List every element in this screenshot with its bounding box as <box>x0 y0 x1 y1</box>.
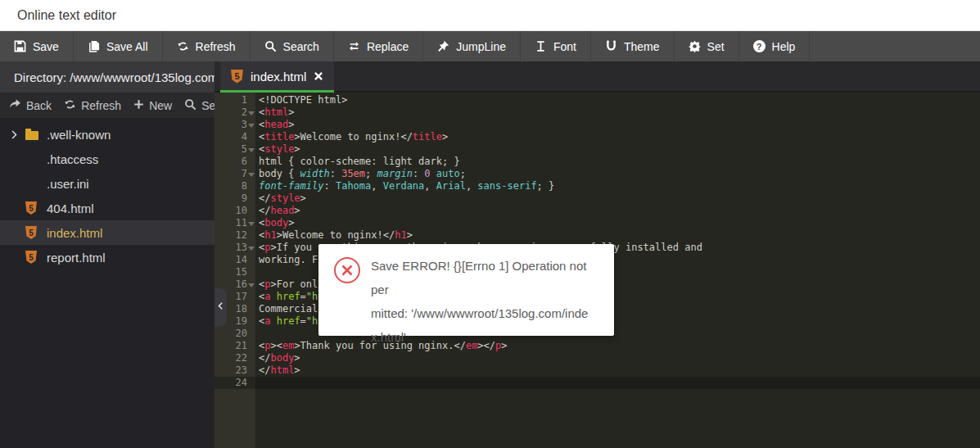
code-line-text[interactable]: </body> <box>255 352 300 364</box>
sidebar-action-back[interactable]: Back <box>9 98 52 113</box>
fold-arrow-icon[interactable] <box>248 111 255 115</box>
sidebar-collapse-handle[interactable] <box>215 288 227 327</box>
toolbar-button-label: Help <box>772 40 796 53</box>
code-line-text[interactable]: font-family: Tahoma, Verdana, Arial, san… <box>255 180 554 192</box>
code-line[interactable]: 9</style> <box>215 192 980 205</box>
fold-arrow-icon[interactable] <box>248 247 255 251</box>
fold-arrow-icon[interactable] <box>248 283 255 287</box>
code-line-text[interactable]: <head> <box>255 119 294 131</box>
code-line-text[interactable]: </style> <box>255 192 306 205</box>
code-line[interactable]: 2<html> <box>215 106 980 119</box>
tab-label: index.html <box>251 70 306 84</box>
code-line-text[interactable]: <title>Welcome to nginx!</title> <box>255 131 448 143</box>
code-line[interactable]: 24 <box>215 377 980 389</box>
line-number-text: 8 <box>242 180 247 192</box>
code-line-text[interactable]: <h1>Welcome to nginx!</h1> <box>255 229 413 242</box>
line-number-text: 10 <box>236 205 247 216</box>
file-sidebar: Directory: /www/wwwroot/135log.com BackR… <box>0 61 215 448</box>
toolbar-button-label: JumpLine <box>456 40 506 53</box>
line-number: 3 <box>215 119 255 131</box>
code-line[interactable]: 12<h1>Welcome to nginx!</h1> <box>215 229 980 242</box>
fold-arrow-icon[interactable] <box>248 124 255 128</box>
fold-arrow-icon[interactable] <box>248 148 255 152</box>
line-number: 2 <box>215 106 255 119</box>
code-line-text[interactable]: <body> <box>255 217 294 229</box>
tab-index-html[interactable]: 5index.html <box>220 61 334 91</box>
chevron-left-icon <box>216 301 225 314</box>
toolbar-button-set[interactable]: Set <box>675 31 739 61</box>
tree-item-report-html[interactable]: 5report.html <box>0 245 215 269</box>
code-line-text[interactable] <box>255 266 259 278</box>
code-line-text[interactable]: <html> <box>255 106 294 119</box>
code-line-text[interactable]: </head> <box>255 205 300 217</box>
code-line[interactable]: 1<!DOCTYPE html> <box>215 94 980 106</box>
line-number-text: 23 <box>236 364 247 376</box>
tree-item-label: report.html <box>47 251 106 265</box>
sidebar-action-new[interactable]: New <box>133 99 172 112</box>
code-line-text[interactable]: body { width: 35em; margin: 0 auto; <box>255 168 466 180</box>
toolbar-button-help[interactable]: ?Help <box>739 31 811 61</box>
refresh-icon <box>177 40 189 52</box>
toolbar-button-jumpline[interactable]: JumpLine <box>423 31 521 61</box>
code-editor[interactable]: 1<!DOCTYPE html>2<html>3<head>4<title>We… <box>215 93 980 448</box>
toolbar-button-theme[interactable]: Theme <box>591 31 675 61</box>
toolbar-button-label: Save <box>33 40 59 53</box>
toolbar-button-search[interactable]: Search <box>251 31 334 61</box>
error-message-line: mitted: '/www/wwwroot/135log.com/inde <box>371 301 604 325</box>
code-line[interactable]: 22</body> <box>215 352 980 364</box>
code-line-text[interactable]: html { color-scheme: light dark; } <box>255 156 460 168</box>
code-line[interactable]: 23</html> <box>215 364 980 377</box>
fold-arrow-icon[interactable] <box>248 222 255 226</box>
code-line-text[interactable]: </html> <box>255 364 300 377</box>
editor-pane: 5index.html 1<!DOCTYPE html>2<html>3<hea… <box>215 61 980 448</box>
line-number: 11 <box>215 217 255 229</box>
code-line[interactable]: 8font-family: Tahoma, Verdana, Arial, sa… <box>215 180 980 192</box>
code-line-text[interactable] <box>255 328 259 340</box>
tree-item-htaccess[interactable]: .htaccess <box>0 147 215 171</box>
sidebar-action-refresh[interactable]: Refresh <box>64 98 121 113</box>
code-line-text[interactable]: <style> <box>255 143 300 156</box>
toolbar-button-save-all[interactable]: Save All <box>74 31 163 61</box>
line-number-text: 6 <box>242 156 247 167</box>
line-number-text: 19 <box>236 315 247 327</box>
line-number: 23 <box>215 364 255 377</box>
line-number: 14 <box>215 254 255 266</box>
tree-item-label: index.html <box>47 226 102 240</box>
tree-item-label: 404.html <box>47 201 94 215</box>
refresh-icon <box>64 98 76 113</box>
code-line[interactable]: 10</head> <box>215 205 980 217</box>
code-line[interactable]: 3<head> <box>215 119 980 131</box>
close-icon[interactable] <box>314 71 323 81</box>
html5-icon: 5 <box>231 70 243 84</box>
code-line[interactable]: 4<title>Welcome to nginx!</title> <box>215 131 980 143</box>
code-line[interactable]: 5<style> <box>215 143 980 156</box>
toolbar-button-font[interactable]: Font <box>521 31 591 61</box>
toolbar-button-replace[interactable]: Replace <box>334 31 423 61</box>
code-line-text[interactable]: <!DOCTYPE html> <box>255 94 347 106</box>
tree-item-404-html[interactable]: 5404.html <box>0 196 215 220</box>
app-window: Online text editor SaveSave AllRefreshSe… <box>0 0 980 448</box>
toolbar-button-refresh[interactable]: Refresh <box>163 31 251 61</box>
line-number: 22 <box>215 352 255 364</box>
line-number-text: 9 <box>242 192 247 204</box>
chevron-right-icon[interactable] <box>10 130 25 139</box>
line-number-text: 16 <box>236 278 247 290</box>
html5-icon: 5 <box>25 226 43 239</box>
code-line[interactable]: 11<body> <box>215 217 980 229</box>
error-circle-x-icon <box>333 256 361 284</box>
line-number: 5 <box>215 143 255 156</box>
line-number-text: 4 <box>242 131 247 143</box>
pin-icon <box>437 40 449 52</box>
toolbar-button-save[interactable]: Save <box>0 31 74 61</box>
html5-icon: 5 <box>25 251 37 264</box>
code-line-text[interactable] <box>255 377 259 389</box>
tree-item-index-html[interactable]: 5index.html <box>0 220 215 245</box>
toolbar-button-label: Refresh <box>196 40 236 53</box>
tree-item-well-known[interactable]: .well-known <box>0 122 215 147</box>
tree-item-user-ini[interactable]: .user.ini <box>0 171 215 196</box>
line-number: 21 <box>215 340 255 352</box>
error-dialog[interactable]: Save ERROR! {}[Errno 1] Operation not pe… <box>318 244 614 336</box>
fold-arrow-icon[interactable] <box>248 173 255 177</box>
code-line[interactable]: 6html { color-scheme: light dark; } <box>215 156 980 168</box>
code-line[interactable]: 7body { width: 35em; margin: 0 auto; <box>215 168 980 180</box>
